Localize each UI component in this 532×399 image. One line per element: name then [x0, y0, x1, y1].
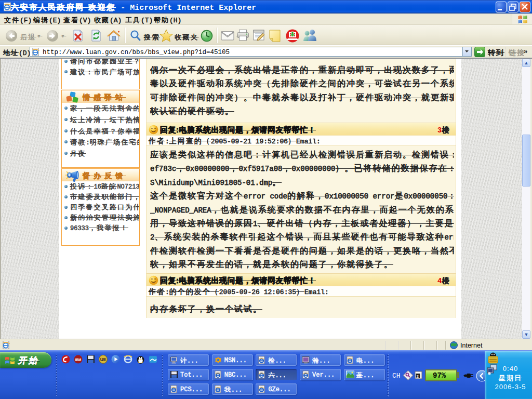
- svg-text:IBM: IBM: [75, 358, 82, 362]
- svg-text:UE: UE: [100, 357, 107, 362]
- svg-text:2: 2: [417, 374, 419, 379]
